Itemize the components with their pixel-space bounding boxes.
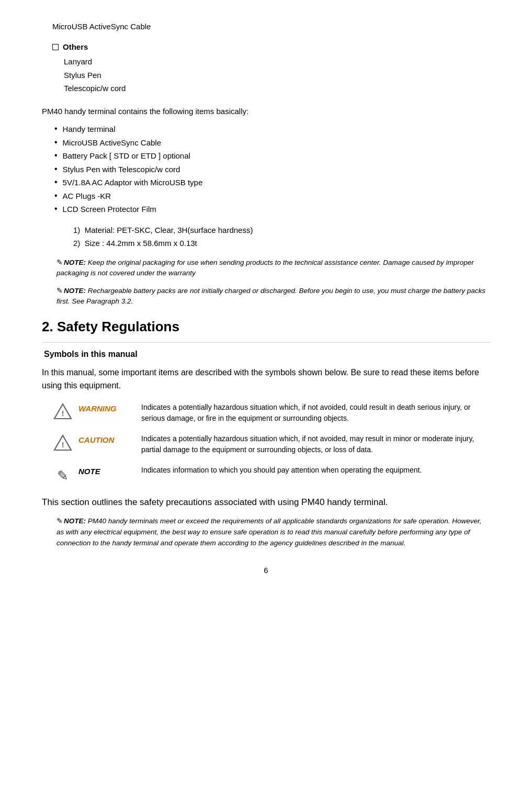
- note-finger-icon: ✎: [56, 259, 63, 266]
- symbols-heading: Symbols in this manual: [42, 348, 490, 361]
- note1-text: Keep the original packaging for use when…: [56, 259, 474, 277]
- note2-label: NOTE:: [64, 287, 86, 295]
- note-row: ✎ NOTE Indicates information to which yo…: [42, 465, 490, 486]
- safety-note-text: PM40 handy terminals meet or exceed the …: [56, 517, 481, 547]
- section2-heading: 2. Safety Regulations: [42, 317, 490, 337]
- others-section: Others Lanyard Stylus Pen Telescopic/w c…: [42, 41, 490, 95]
- note-symbol-icon: ✎: [57, 466, 69, 486]
- safety-paragraph: This section outlines the safety precaut…: [42, 496, 490, 509]
- warning-label: WARNING: [78, 402, 141, 415]
- pm40-intro: PM40 handy terminal contains the followi…: [42, 106, 490, 118]
- others-title: Others: [52, 41, 490, 53]
- list-item: Battery Pack [ STD or ETD ] optional: [54, 149, 490, 163]
- list-item: Stylus Pen: [64, 69, 490, 82]
- svg-text:!: !: [62, 409, 64, 418]
- lcd-sub-list: 1) Material: PET-SKC, Clear, 3H(surface …: [42, 223, 490, 250]
- list-item: Handy terminal: [54, 122, 490, 136]
- note-symbol-desc: Indicates information to which you shoul…: [141, 465, 490, 476]
- list-item: Stylus Pen with Telescopic/w cord: [54, 163, 490, 176]
- note1-label: NOTE:: [64, 259, 86, 266]
- list-item: MicroUSB ActiveSync Cable: [54, 136, 490, 150]
- list-item: 2) Size : 44.2mm x 58.6mm x 0.13t: [73, 237, 490, 250]
- note-finger-icon: ✎: [56, 287, 63, 295]
- warning-triangle-icon: !: [53, 403, 72, 420]
- warning-desc: Indicates a potentially hazardous situat…: [141, 402, 490, 424]
- pm40-items-list: Handy terminal MicroUSB ActiveSync Cable…: [42, 122, 490, 216]
- svg-text:!: !: [62, 441, 64, 449]
- safety-note-finger-icon: ✎: [56, 517, 63, 525]
- caution-label: CAUTION: [78, 433, 141, 446]
- list-item: LCD Screen Protector Film: [54, 203, 490, 216]
- safety-note-block: ✎NOTE: PM40 handy terminals meet or exce…: [42, 516, 490, 549]
- list-item: Telescopic/w cord: [64, 82, 490, 95]
- list-item: 5V/1.8A AC Adaptor with MicroUSB type: [54, 176, 490, 189]
- list-item: Lanyard: [64, 55, 490, 69]
- others-items: Lanyard Stylus Pen Telescopic/w cord: [52, 55, 490, 95]
- caution-row: ! CAUTION Indicates a potentially hazard…: [42, 433, 490, 455]
- note2-text: Rechargeable battery packs are not initi…: [56, 287, 485, 305]
- warning-icon-cell: !: [47, 402, 78, 420]
- symbols-intro: In this manual, some important items are…: [42, 366, 490, 393]
- note-icon-cell: ✎: [47, 465, 78, 486]
- list-item: AC Plugs -KR: [54, 189, 490, 203]
- others-label: Others: [63, 41, 88, 53]
- note1-block: ✎NOTE: Keep the original packaging for u…: [42, 257, 490, 279]
- page-number: 6: [42, 565, 490, 577]
- checkbox-icon: [52, 44, 59, 50]
- microusb-line: MicroUSB ActiveSync Cable: [42, 21, 490, 33]
- note-symbol-label: NOTE: [78, 465, 141, 478]
- caution-desc: Indicates a potentially hazardous situat…: [141, 433, 490, 455]
- warning-row: ! WARNING Indicates a potentially hazard…: [42, 402, 490, 424]
- caution-icon-cell: !: [47, 433, 78, 451]
- section-divider: [42, 342, 490, 343]
- note2-block: ✎NOTE: Rechargeable battery packs are no…: [42, 286, 490, 307]
- caution-triangle-icon: !: [53, 434, 72, 451]
- safety-note-label: NOTE:: [64, 517, 86, 525]
- list-item: 1) Material: PET-SKC, Clear, 3H(surface …: [73, 223, 490, 237]
